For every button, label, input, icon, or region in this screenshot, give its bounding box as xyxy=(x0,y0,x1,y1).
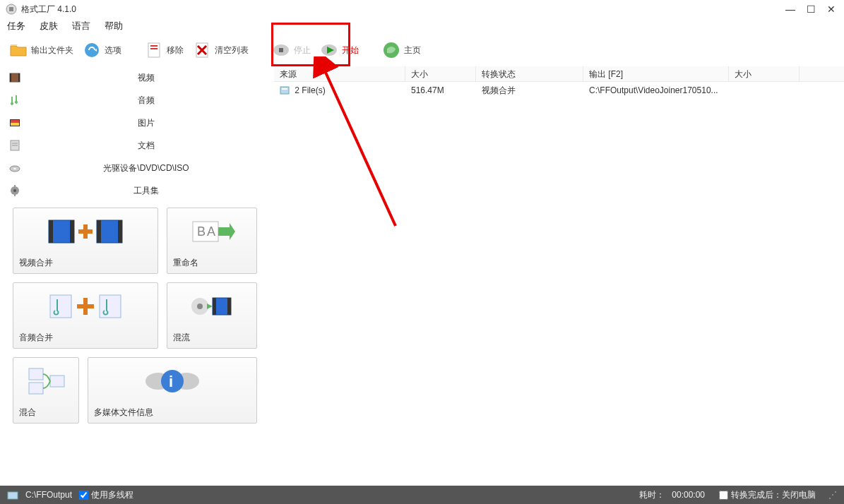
home-button[interactable]: 主页 xyxy=(379,39,424,61)
col-size2[interactable]: 大小 xyxy=(729,66,800,81)
svg-point-27 xyxy=(13,189,16,192)
tool-mix[interactable]: 混合 xyxy=(13,357,79,424)
output-path[interactable]: C:\FFOutput xyxy=(25,490,72,500)
resize-grip[interactable]: ⋰ xyxy=(828,490,837,500)
tool-media-info-label: 多媒体文件信息 xyxy=(88,404,256,423)
options-icon xyxy=(82,40,102,60)
svg-rect-17 xyxy=(18,73,20,82)
svg-rect-32 xyxy=(70,220,74,243)
cell-source-text: 2 File(s) xyxy=(295,85,325,95)
home-label: 主页 xyxy=(404,44,421,56)
multithread-label: 使用多线程 xyxy=(91,489,133,501)
stop-button[interactable]: 停止 xyxy=(268,39,314,61)
close-button[interactable]: ✕ xyxy=(827,4,836,15)
toolbar: 输出文件夹 选项 移除 清空列表 停止 开始 主页 xyxy=(0,34,844,66)
tool-video-join-label: 视频合并 xyxy=(13,254,157,273)
menu-task[interactable]: 任务 xyxy=(7,20,25,32)
category-audio[interactable]: 音频 xyxy=(0,89,274,112)
svg-rect-42 xyxy=(50,295,71,318)
menu-bar: 任务 皮肤 语言 帮助 xyxy=(0,18,844,34)
menu-help[interactable]: 帮助 xyxy=(105,20,123,32)
category-tools-label: 工具集 xyxy=(27,185,266,197)
audio-icon xyxy=(8,94,21,107)
tool-mux[interactable]: 混流 xyxy=(167,282,257,349)
multithread-input[interactable] xyxy=(79,491,88,500)
col-output[interactable]: 输出 [F2] xyxy=(583,66,729,81)
start-button[interactable]: 开始 xyxy=(316,39,362,61)
file-icon xyxy=(280,85,290,95)
remove-icon xyxy=(144,40,164,60)
category-video[interactable]: 视频 xyxy=(0,66,274,89)
video-icon xyxy=(8,71,21,84)
window-controls: — ☐ ✕ xyxy=(785,4,836,15)
tool-mux-label: 混流 xyxy=(167,329,256,348)
output-path-icon[interactable] xyxy=(7,490,18,500)
svg-rect-61 xyxy=(8,492,18,499)
after-input[interactable] xyxy=(719,491,728,500)
elapsed-value: 00:00:00 xyxy=(672,490,705,500)
menu-language[interactable]: 语言 xyxy=(72,20,90,32)
tool-video-join[interactable]: 视频合并 xyxy=(13,208,158,274)
svg-rect-15 xyxy=(10,73,20,82)
tool-rename-label: 重命名 xyxy=(167,254,256,273)
svg-rect-53 xyxy=(29,383,43,394)
cell-status: 视频合并 xyxy=(476,85,583,97)
after-label: 转换完成后： xyxy=(731,489,782,501)
category-document-label: 文档 xyxy=(27,140,266,152)
category-disc[interactable]: 光驱设备\DVD\CD\ISO xyxy=(0,157,274,179)
svg-rect-54 xyxy=(50,376,64,387)
mux-icon xyxy=(167,283,256,329)
col-source[interactable]: 来源 xyxy=(274,66,405,81)
category-video-label: 视频 xyxy=(27,72,266,84)
after-checkbox[interactable]: 转换完成后： 关闭电脑 xyxy=(719,489,816,501)
tool-media-info[interactable]: i 多媒体文件信息 xyxy=(88,357,257,424)
category-tools[interactable]: 工具集 xyxy=(0,179,274,202)
tools-grid: 视频合并 BA 重命名 音频合并 xyxy=(0,202,274,429)
svg-rect-29 xyxy=(14,194,16,196)
category-disc-label: 光驱设备\DVD\CD\ISO xyxy=(27,162,266,174)
tool-mix-label: 混合 xyxy=(13,404,78,423)
multithread-checkbox[interactable]: 使用多线程 xyxy=(79,489,133,501)
svg-marker-51 xyxy=(207,304,213,309)
svg-rect-43 xyxy=(100,295,121,318)
tool-audio-join[interactable]: 音频合并 xyxy=(13,282,158,349)
category-document[interactable]: 文档 xyxy=(0,134,274,157)
svg-rect-20 xyxy=(11,123,19,126)
menu-skin[interactable]: 皮肤 xyxy=(40,20,58,32)
list-row[interactable]: 2 File(s) 516.47M 视频合并 C:\FFOutput\Video… xyxy=(274,82,844,99)
tools-icon xyxy=(8,184,21,197)
output-folder-button[interactable]: 输出文件夹 xyxy=(6,39,76,61)
svg-rect-31 xyxy=(49,220,53,243)
svg-text:B: B xyxy=(197,224,206,239)
minimize-button[interactable]: — xyxy=(785,4,795,15)
svg-point-25 xyxy=(13,168,16,169)
elapsed-label: 耗时： xyxy=(639,489,665,501)
svg-text:A: A xyxy=(207,224,215,239)
clear-list-label: 清空列表 xyxy=(215,44,249,56)
col-status[interactable]: 转换状态 xyxy=(476,66,583,81)
col-size[interactable]: 大小 xyxy=(405,66,476,81)
category-image[interactable]: 图片 xyxy=(0,112,274,134)
svg-rect-19 xyxy=(11,120,19,123)
window-title: 格式工厂 4.1.0 xyxy=(21,4,785,16)
cell-source: 2 File(s) xyxy=(274,85,405,96)
maximize-button[interactable]: ☐ xyxy=(807,4,816,15)
svg-marker-41 xyxy=(218,223,235,240)
svg-rect-60 xyxy=(282,88,287,90)
video-join-icon xyxy=(13,208,157,254)
remove-label: 移除 xyxy=(167,44,184,56)
clear-list-button[interactable]: 清空列表 xyxy=(189,39,251,61)
cell-output: C:\FFOutput\VideoJoiner170510... xyxy=(583,85,729,95)
options-label: 选项 xyxy=(105,44,121,56)
options-button[interactable]: 选项 xyxy=(79,39,124,61)
audio-join-icon xyxy=(13,283,157,329)
svg-rect-11 xyxy=(279,48,283,52)
svg-rect-28 xyxy=(14,185,16,187)
remove-button[interactable]: 移除 xyxy=(141,39,186,61)
list-header: 来源 大小 转换状态 输出 [F2] 大小 xyxy=(274,66,844,82)
category-audio-label: 音频 xyxy=(27,95,266,107)
start-label: 开始 xyxy=(342,44,359,56)
start-icon xyxy=(319,40,339,60)
output-folder-label: 输出文件夹 xyxy=(31,44,73,56)
tool-rename[interactable]: BA 重命名 xyxy=(167,208,257,274)
